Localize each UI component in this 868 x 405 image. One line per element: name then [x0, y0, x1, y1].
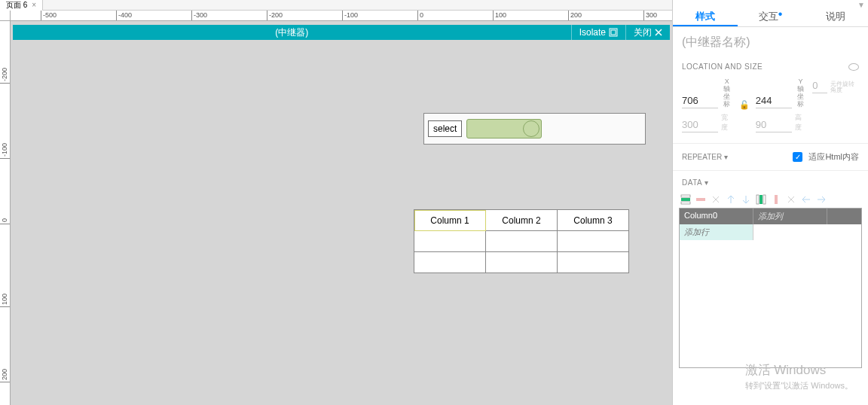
- table-cell[interactable]: [558, 252, 629, 273]
- ruler-tick: 200: [568, 11, 582, 20]
- fit-html-label: 适应Html内容: [808, 151, 859, 163]
- inspector-tabs: 样式 交互• 说明: [673, 6, 868, 27]
- toggle-knob: [523, 120, 539, 137]
- close-button[interactable]: 关闭: [625, 25, 670, 40]
- close-icon: [655, 29, 662, 36]
- svg-rect-5: [696, 198, 705, 201]
- table-header-cell[interactable]: Column 1: [414, 210, 486, 231]
- page-tab[interactable]: 页面 6 ×: [0, 0, 43, 11]
- delete-row-icon[interactable]: [695, 194, 706, 205]
- ruler-corner: [0, 11, 11, 21]
- ruler-tick: -100: [0, 142, 10, 159]
- droplist-widget[interactable]: select: [423, 113, 646, 145]
- data-header[interactable]: DATA ▾: [673, 174, 868, 191]
- ruler-tick: -400: [116, 11, 132, 20]
- width-input[interactable]: [682, 117, 718, 132]
- svg-rect-3: [681, 195, 690, 197]
- table-cell[interactable]: [414, 231, 486, 252]
- ruler-tick: 200: [0, 367, 10, 382]
- move-left-icon[interactable]: [801, 194, 811, 205]
- svg-rect-6: [760, 195, 763, 204]
- repeater-edit-bar: (中继器) Isolate 关闭: [13, 25, 670, 40]
- move-up-icon[interactable]: [726, 194, 736, 205]
- table-cell[interactable]: [558, 231, 629, 252]
- move-right-icon[interactable]: [816, 194, 827, 205]
- delete-col-icon[interactable]: [771, 194, 781, 205]
- svg-rect-7: [756, 195, 759, 204]
- location-size-fields: X轴坐标 宽度 🔓 Y轴坐标 高度 元件旋转角度: [673, 75, 868, 140]
- add-column-cell[interactable]: 添加列: [753, 209, 827, 224]
- svg-rect-2: [681, 198, 690, 201]
- lock-icon[interactable]: 🔓: [739, 100, 750, 110]
- repeater-section: REPEATER ▾ ✓ 适应Html内容: [673, 147, 868, 167]
- rotation-input[interactable]: [812, 78, 827, 93]
- isolate-button[interactable]: Isolate: [571, 25, 625, 40]
- ruler-tick: -500: [41, 11, 57, 20]
- add-row-icon[interactable]: [680, 194, 691, 205]
- table-header-cell[interactable]: Column 3: [558, 210, 629, 231]
- close-icon[interactable]: ×: [32, 1, 36, 9]
- ruler-tick: -300: [191, 11, 207, 20]
- ruler-horizontal[interactable]: -500-400-300-200-1000100200300: [11, 11, 672, 21]
- repeater-header[interactable]: REPEATER ▾: [682, 153, 728, 161]
- repeater-table[interactable]: Column 1 Column 2 Column 3: [414, 209, 629, 273]
- data-column-header[interactable]: Column0: [680, 209, 753, 224]
- ruler-tick: 300: [643, 11, 657, 20]
- ruler-tick: 100: [0, 292, 10, 307]
- svg-rect-4: [681, 202, 690, 204]
- tab-notes[interactable]: 说明: [803, 6, 868, 26]
- table-cell[interactable]: [486, 252, 558, 273]
- data-grid[interactable]: Column0 添加列 添加行: [679, 208, 862, 368]
- ruler-vertical[interactable]: -200-1000100200: [0, 21, 11, 405]
- ruler-tick: 0: [0, 217, 10, 224]
- ruler-tick: 0: [417, 11, 423, 20]
- move-down-icon[interactable]: [741, 194, 751, 205]
- canvas[interactable]: (中继器) Isolate 关闭 select Column 1 Column …: [11, 21, 672, 405]
- svg-rect-1: [611, 30, 616, 35]
- svg-rect-8: [763, 195, 766, 204]
- page-tab-label: 页面 6: [6, 0, 27, 11]
- ruler-tick: -200: [267, 11, 283, 20]
- table-header-cell[interactable]: Column 2: [486, 210, 558, 231]
- tab-style[interactable]: 样式: [673, 6, 738, 26]
- data-toolbar: [673, 191, 868, 208]
- tab-interactions[interactable]: 交互•: [738, 6, 802, 26]
- svg-rect-9: [775, 195, 778, 204]
- inspector-panel: ▼ 样式 交互• 说明 (中继器名称) LOCATION AND SIZE X轴…: [672, 0, 868, 405]
- x-input[interactable]: [682, 93, 718, 108]
- ruler-tick: 100: [493, 11, 506, 20]
- table-cell[interactable]: [414, 252, 486, 273]
- add-row-cell[interactable]: 添加行: [680, 224, 753, 240]
- location-size-header[interactable]: LOCATION AND SIZE: [673, 58, 868, 75]
- y-input[interactable]: [756, 93, 792, 108]
- visibility-icon[interactable]: [848, 63, 859, 71]
- ruler-tick: -200: [0, 66, 10, 84]
- widget-name-input[interactable]: (中继器名称): [673, 27, 868, 58]
- swap-col-icon[interactable]: [786, 194, 796, 205]
- height-input[interactable]: [756, 117, 792, 132]
- indicator-dot-icon: •: [778, 8, 783, 20]
- add-col-icon[interactable]: [756, 194, 766, 205]
- toggle-control[interactable]: [466, 119, 542, 139]
- edit-bar-title: (中继器): [13, 26, 571, 39]
- isolate-icon: [609, 28, 618, 37]
- table-cell[interactable]: [486, 231, 558, 252]
- fit-html-checkbox[interactable]: ✓: [793, 152, 802, 162]
- droplist-label: select: [428, 120, 462, 137]
- ruler-tick: -100: [342, 11, 358, 20]
- swap-icon[interactable]: [711, 194, 721, 205]
